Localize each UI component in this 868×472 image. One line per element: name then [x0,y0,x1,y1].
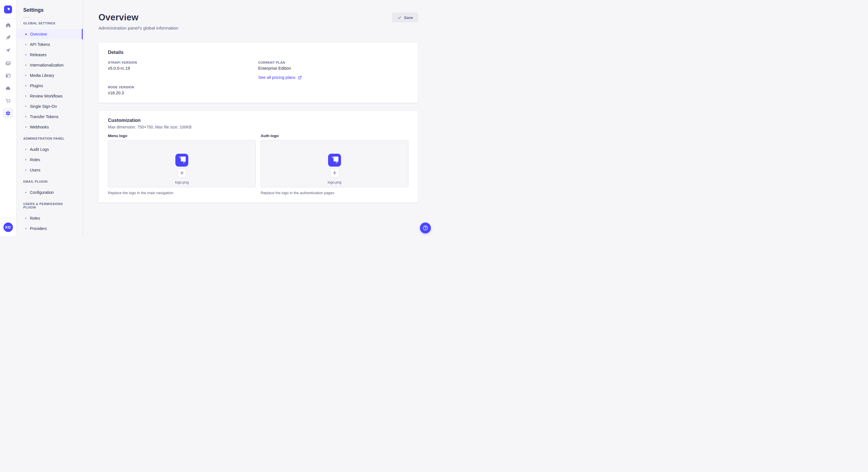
bullet-icon [25,217,26,219]
home-button[interactable] [3,20,13,30]
current-plan-field: CURRENT PLAN Enterprise Edition [258,61,409,71]
menu-logo-dropzone[interactable]: logo.png [108,140,256,187]
bullet-icon [25,65,26,66]
upload-label: Menu logo [108,134,256,138]
details-card: Details STRAPI VERSION v5.0.0-rc.19 NODE… [98,42,418,103]
bullet-icon [25,54,26,55]
check-icon [397,15,402,20]
subnav-item-label: API Tokens [30,42,50,47]
cloud-button[interactable] [3,83,13,93]
subnav-item-label: Single Sign-On [30,104,57,109]
field-label: NODE VERSION [108,86,258,89]
gear-icon [5,110,11,116]
subnav-item-plugins[interactable]: Plugins [17,80,83,91]
settings-subnav: Settings GLOBAL SETTINGS Overview API To… [17,0,83,236]
field-label: CURRENT PLAN [258,61,409,64]
page-title: Overview [98,12,418,23]
details-left-column: STRAPI VERSION v5.0.0-rc.19 NODE VERSION… [108,61,258,95]
auth-logo-dropzone[interactable]: logo.png [260,140,408,187]
subnav-item-label: Releases [30,53,46,57]
subnav-item-releases[interactable]: Releases [17,49,83,60]
strapi-version-field: STRAPI VERSION v5.0.0-rc.19 [108,61,258,71]
subnav-section-global-settings: GLOBAL SETTINGS Overview API Tokens Rele… [17,22,83,132]
help-button[interactable] [420,223,431,233]
upload-label: Auth logo [260,134,408,138]
marketplace-button[interactable] [3,96,13,106]
external-link-icon [298,76,302,79]
details-right-column: CURRENT PLAN Enterprise Edition See all … [258,61,409,95]
subnav-item-review-workflows[interactable]: Review Workflows [17,91,83,101]
subnav-item-label: Plugins [30,83,43,88]
rail-user-area: KD [0,218,16,236]
pricing-plans-link-label: See all pricing plans [258,75,296,80]
menu-logo-hint: Replace the logo in the main navigation [108,191,256,195]
cart-icon [5,98,11,104]
question-mark-icon [422,225,429,231]
section-label: GLOBAL SETTINGS [17,22,83,25]
subnav-item-label: Overview [30,32,47,36]
subnav-item-overview[interactable]: Overview [17,29,83,39]
content-manager-button[interactable] [3,70,13,80]
main-content: Overview Administration panel’s global i… [83,0,434,236]
subnav-item-up-roles[interactable]: Roles [17,213,83,224]
bullet-icon [25,85,26,86]
subnav-item-label: Users [30,168,40,172]
bullet-icon [25,169,26,171]
subnav-item-label: Providers [30,226,47,231]
strapi-logo-icon [328,154,341,167]
node-version-field: NODE VERSION v18.20.3 [108,86,258,95]
save-button[interactable]: Save [392,13,418,22]
menu-logo-preview [175,154,188,167]
add-auth-logo-button[interactable] [330,168,339,177]
cloud-icon [5,85,11,91]
subnav-item-internationalization[interactable]: Internationalization [17,60,83,70]
bullet-icon [25,75,26,76]
content-type-builder-button[interactable] [3,32,13,43]
customization-card-title: Customization [108,117,408,123]
auth-logo-preview [328,154,341,167]
avatar[interactable]: KD [3,223,13,232]
strapi-logo-button[interactable] [4,5,12,13]
subnav-item-providers[interactable]: Providers [17,224,83,234]
subnav-item-users[interactable]: Users [17,165,83,175]
bullet-icon [25,228,26,229]
subnav-item-label: Webhooks [30,125,49,129]
bullet-icon [25,127,26,128]
subnav-item-webhooks[interactable]: Webhooks [17,122,83,132]
subnav-item-label: Configuration [30,190,54,195]
paper-plane-icon [5,47,11,53]
rail-logo-area [0,0,16,19]
auth-logo-hint: Replace the logo in the authentication p… [260,191,408,195]
section-label: EMAIL PLUGIN [17,180,83,183]
page-subtitle: Administration panel’s global informatio… [98,26,418,31]
subnav-item-single-sign-on[interactable]: Single Sign-On [17,101,83,111]
customization-card-subtitle: Max dimension: 750×750, Max file size: 1… [108,125,408,129]
section-label: ADMINISTRATION PANEL [17,137,83,140]
subnav-item-admin-roles[interactable]: Roles [17,155,83,165]
subnav-item-label: Internationalization [30,63,64,67]
home-icon [5,22,11,28]
strapi-logo-icon [175,154,188,167]
bullet-icon [25,149,26,150]
auth-logo-filename: logo.png [328,180,342,184]
subnav-item-label: Review Workflows [30,94,63,98]
subnav-item-label: Transfer Tokens [30,114,59,119]
pricing-plans-link[interactable]: See all pricing plans [258,75,302,80]
subnav-item-api-tokens[interactable]: API Tokens [17,39,83,49]
subnav-header: Settings [17,0,83,18]
bullet-icon [25,96,26,97]
save-button-label: Save [404,15,413,20]
add-menu-logo-button[interactable] [177,168,187,177]
subnav-item-label: Roles [30,216,40,221]
subnav-item-audit-logs[interactable]: Audit Logs [17,144,83,155]
subnav-item-media-library[interactable]: Media Library [17,70,83,80]
menu-logo-upload: Menu logo [108,134,256,195]
subnav-item-label: Audit Logs [30,147,49,152]
deploy-button[interactable] [3,45,13,55]
page-body: Details STRAPI VERSION v5.0.0-rc.19 NODE… [83,31,434,202]
subnav-title: Settings [23,7,76,13]
subnav-item-transfer-tokens[interactable]: Transfer Tokens [17,111,83,122]
media-library-button[interactable] [3,58,13,68]
subnav-item-configuration[interactable]: Configuration [17,187,83,198]
settings-button[interactable] [3,108,13,119]
